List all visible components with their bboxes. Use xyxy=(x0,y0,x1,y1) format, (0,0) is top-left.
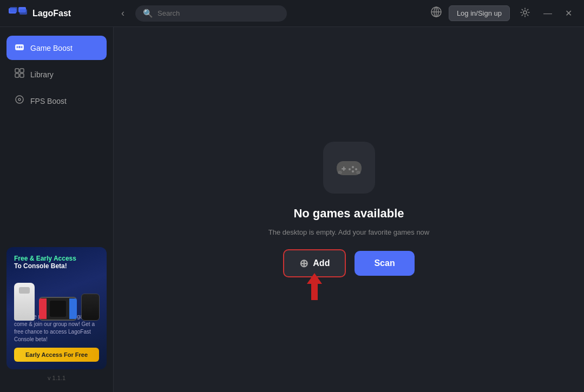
globe-icon xyxy=(430,6,442,18)
add-button-wrap: ⊕ Add xyxy=(283,249,346,277)
search-bar: 🔍 xyxy=(135,5,287,22)
search-icon: 🔍 xyxy=(143,9,153,18)
sidebar-item-library[interactable]: Library xyxy=(6,62,107,87)
promo-banner[interactable]: Free & Early Access To Console Beta! If … xyxy=(6,247,107,369)
svg-rect-22 xyxy=(342,168,346,170)
app-name: LagoFast xyxy=(32,9,71,18)
empty-state: No games available The desktop is empty.… xyxy=(268,142,429,277)
sidebar-item-game-boost-label: Game Boost xyxy=(30,44,73,52)
version-label: v 1.1.1 xyxy=(6,369,107,383)
promo-title-line1: Free & Early Access xyxy=(14,255,99,262)
svg-point-27 xyxy=(338,171,342,174)
arrow-body xyxy=(311,284,318,300)
fps-boost-icon xyxy=(14,94,25,108)
sidebar-item-fps-boost[interactable]: FPS Boost xyxy=(6,89,107,113)
library-icon xyxy=(14,68,25,81)
back-button[interactable]: ‹ xyxy=(117,5,129,21)
add-button-label: Add xyxy=(313,258,330,268)
promo-cta-button[interactable]: Early Access For Free xyxy=(14,348,99,362)
svg-rect-17 xyxy=(20,74,24,77)
svg-point-8 xyxy=(523,11,527,14)
search-input[interactable] xyxy=(158,9,266,17)
sidebar: Game Boost Library xyxy=(0,27,114,392)
logo-icon xyxy=(9,6,28,21)
nav-items: Game Boost Library xyxy=(6,36,107,113)
svg-point-23 xyxy=(352,166,354,168)
promo-title-free: Free & Early Access xyxy=(14,255,76,262)
title-bar-right: Log in/Sign up — ✕ xyxy=(430,5,575,22)
svg-point-10 xyxy=(17,46,18,48)
settings-icon xyxy=(520,7,530,18)
title-bar: LagoFast ‹ 🔍 Log in/Sign up — ✕ xyxy=(0,0,584,27)
svg-point-24 xyxy=(355,168,357,170)
empty-gamepad-icon xyxy=(323,142,375,194)
game-boost-icon xyxy=(14,41,25,55)
close-button[interactable]: ✕ xyxy=(562,6,575,21)
svg-point-25 xyxy=(352,170,354,172)
svg-rect-13 xyxy=(18,46,21,48)
svg-point-28 xyxy=(356,171,360,174)
svg-point-18 xyxy=(16,96,23,103)
promo-devices xyxy=(6,267,107,321)
logo-area: LagoFast xyxy=(9,6,117,21)
title-bar-center: ‹ 🔍 xyxy=(117,5,430,22)
sidebar-item-game-boost[interactable]: Game Boost xyxy=(6,36,107,60)
empty-subtitle: The desktop is empty. Add your favorite … xyxy=(268,228,429,236)
svg-rect-14 xyxy=(15,69,19,72)
sidebar-item-library-label: Library xyxy=(30,70,54,79)
add-icon: ⊕ xyxy=(299,257,309,270)
gamepad-svg xyxy=(334,157,364,178)
settings-button[interactable] xyxy=(516,5,534,22)
svg-point-19 xyxy=(18,98,21,101)
svg-rect-3 xyxy=(19,9,27,15)
arrow-annotation xyxy=(307,273,322,300)
globe-button[interactable] xyxy=(430,6,442,21)
svg-rect-16 xyxy=(15,74,19,77)
svg-point-26 xyxy=(349,168,351,170)
login-button[interactable]: Log in/Sign up xyxy=(449,5,510,21)
sidebar-item-fps-boost-label: FPS Boost xyxy=(30,97,67,105)
empty-title: No games available xyxy=(293,207,404,221)
content-area: No games available The desktop is empty.… xyxy=(114,27,584,392)
svg-rect-1 xyxy=(10,7,17,12)
svg-point-11 xyxy=(21,46,23,48)
minimize-button[interactable]: — xyxy=(540,6,555,21)
action-buttons: ⊕ Add Scan xyxy=(283,249,414,277)
scan-button[interactable]: Scan xyxy=(355,251,414,276)
arrow-head xyxy=(307,273,322,284)
main-layout: Game Boost Library xyxy=(0,27,584,392)
svg-rect-15 xyxy=(20,69,24,72)
